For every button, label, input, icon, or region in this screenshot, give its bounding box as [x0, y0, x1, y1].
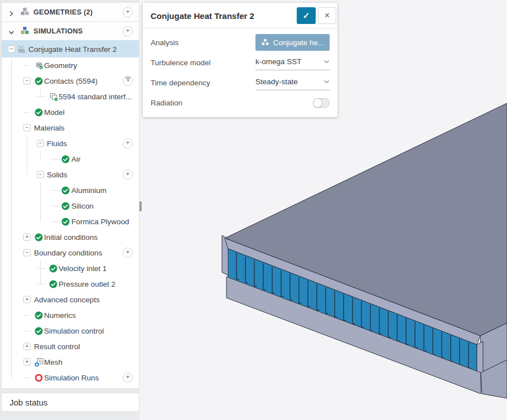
add-item-button[interactable]: +	[123, 373, 133, 383]
tree-branch-line	[51, 221, 60, 222]
check-icon	[35, 76, 43, 85]
tree-item-label: Solids	[47, 171, 67, 179]
tree-item-5594-standard-interf[interactable]: 5594 standard interf...	[2, 89, 139, 104]
check-icon	[61, 217, 70, 226]
tree-item-initial-conditions[interactable]: +Initial conditions	[2, 229, 139, 245]
toggle-knob	[313, 98, 322, 108]
tree-item-contacts-5594[interactable]: −Contacts (5594)	[2, 73, 139, 89]
confirm-button[interactable]: ✓	[297, 7, 316, 24]
tree-item-label: Boundary conditions	[34, 249, 102, 257]
chevron-down-icon	[323, 60, 330, 64]
collapse-toggle[interactable]: −	[37, 140, 44, 147]
expand-toggle[interactable]: +	[23, 296, 31, 303]
job-status-bar[interactable]: Job status	[1, 393, 139, 412]
tree-branch-line	[51, 159, 60, 160]
expand-toggle[interactable]: +	[23, 234, 31, 241]
geometry-cube-check-icon	[35, 61, 44, 70]
radiation-toggle[interactable]	[313, 98, 330, 108]
expand-toggle[interactable]: +	[23, 343, 31, 350]
tree-item-label: Pressure outlet 2	[59, 280, 115, 288]
tree-branch-line	[23, 378, 30, 378]
tree-item-label: Geometry	[44, 61, 77, 70]
tree-item-conjugate-heat-transfer-2[interactable]: −Conjugate Heat Transfer 2	[2, 40, 139, 57]
time-dependency-select[interactable]: Steady-state	[255, 75, 330, 90]
dialog-title: Conjugate Heat Transfer 2	[151, 11, 254, 20]
add-item-button[interactable]: +	[123, 138, 133, 148]
tree-item-solids[interactable]: −Solids+	[2, 167, 139, 182]
dialog-fields: AnalysisConjugate he...Turbulence modelk…	[143, 28, 337, 117]
tree-item-boundary-conditions[interactable]: −Boundary conditions+	[2, 245, 139, 260]
field-row-radiation: Radiation	[143, 93, 337, 113]
check-icon	[49, 264, 57, 273]
add-geometry-button[interactable]: +	[123, 7, 133, 17]
close-button[interactable]: ×	[318, 7, 336, 24]
tree-item-numerics[interactable]: Numerics	[2, 307, 139, 323]
tree-item-silicon[interactable]: Silicon	[2, 198, 139, 214]
check-icon	[61, 186, 70, 195]
tree-item-result-control[interactable]: +Result control	[2, 339, 139, 354]
tree-branch-line	[37, 268, 46, 269]
check-icon	[35, 326, 43, 335]
tree-item-label: Contacts (5594)	[44, 77, 98, 85]
geometries-icon	[20, 7, 30, 18]
add-item-button[interactable]: +	[123, 248, 133, 258]
collapse-toggle[interactable]: −	[23, 124, 31, 132]
panel-resize-handle[interactable]	[139, 201, 142, 211]
field-label: Time dependency	[151, 79, 210, 87]
analysis-type-button[interactable]: Conjugate he...	[255, 34, 330, 51]
tree-item-materials[interactable]: −Materials	[2, 120, 139, 136]
add-simulation-button[interactable]: +	[123, 26, 133, 36]
add-item-button[interactable]: +	[123, 170, 133, 180]
chevron-down-icon[interactable]	[8, 28, 15, 34]
tree-item-label: Fluids	[47, 139, 67, 148]
settings-dialog: Conjugate Heat Transfer 2 ✓ × AnalysisCo…	[143, 3, 337, 117]
turbulence-model-select[interactable]: k-omega SST	[255, 55, 330, 70]
tree-item-velocity-inlet-1[interactable]: Velocity inlet 1	[2, 260, 139, 276]
tree-item-simulation-runs[interactable]: Simulation Runs+	[2, 370, 139, 385]
chevron-down-icon	[323, 80, 330, 84]
tree-item-air[interactable]: Air	[2, 151, 139, 167]
check-icon	[61, 155, 70, 163]
tree-branch-line	[23, 331, 30, 331]
chevron-right-icon[interactable]	[8, 9, 15, 15]
tree-item-geometry[interactable]: Geometry	[2, 57, 139, 73]
tree-body: −Conjugate Heat Transfer 2Geometry−Conta…	[2, 40, 139, 388]
tree-item-model[interactable]: Model	[2, 104, 139, 120]
tree-item-label: Simulation Runs	[44, 374, 99, 382]
field-label: Analysis	[151, 38, 178, 47]
collapse-toggle[interactable]: −	[8, 45, 15, 52]
mesh-icon	[35, 358, 45, 366]
section-label: GEOMETRIES (2)	[33, 8, 93, 16]
collapse-toggle[interactable]: −	[23, 249, 31, 257]
tree-item-advanced-concepts[interactable]: +Advanced concepts	[2, 292, 139, 307]
tree-item-label: Advanced concepts	[34, 296, 100, 304]
collapse-toggle[interactable]: −	[23, 78, 31, 85]
tree-item-simulation-control[interactable]: Simulation control	[2, 323, 139, 339]
section-geometries[interactable]: GEOMETRIES (2) +	[2, 3, 139, 22]
copy-check-icon	[49, 92, 59, 101]
tree-branch-line	[51, 206, 60, 206]
job-status-label: Job status	[9, 398, 47, 407]
tree-branch-line	[23, 315, 30, 316]
simulations-icon	[20, 26, 30, 37]
tree-item-label: Materials	[34, 124, 65, 132]
field-label: Turbulence model	[151, 59, 211, 67]
field-row-turbulence-model: Turbulence modelk-omega SST	[143, 52, 337, 73]
tree-item-pressure-outlet-2[interactable]: Pressure outlet 2	[2, 276, 139, 292]
section-simulations[interactable]: SIMULATIONS +	[2, 22, 139, 41]
expand-toggle[interactable]: +	[23, 359, 31, 366]
tree-item-label: Model	[44, 108, 65, 117]
tree-item-aluminium[interactable]: Aluminium	[2, 182, 139, 198]
tree-branch-line	[23, 112, 30, 113]
tree-item-fluids[interactable]: −Fluids+	[2, 136, 139, 151]
tree-item-formica-plywood[interactable]: Formica Plywood	[2, 214, 139, 229]
check-icon	[35, 311, 43, 320]
check-icon	[35, 108, 43, 117]
field-row-time-dependency: Time dependencySteady-state	[143, 73, 337, 93]
collapse-toggle[interactable]: −	[37, 171, 44, 178]
tree-branch-line	[37, 96, 46, 97]
tree-item-mesh[interactable]: +Mesh	[2, 354, 139, 370]
select-value: Steady-state	[255, 78, 298, 86]
tree-item-label: Silicon	[71, 202, 94, 210]
filter-icon[interactable]	[123, 76, 133, 86]
